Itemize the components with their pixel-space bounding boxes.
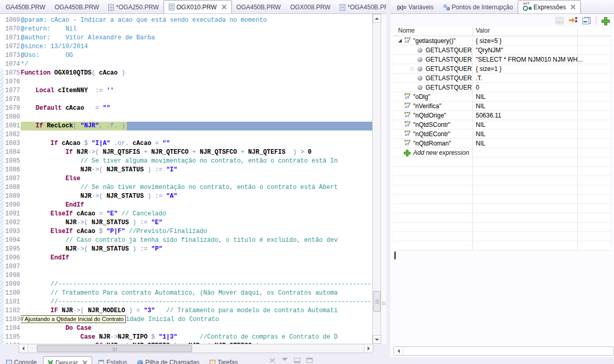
expression-row[interactable]: GETLASTQUERY("SELECT * FROM NJM010 NJM W… (393, 55, 611, 64)
column-header-valor[interactable]: Valor (472, 27, 611, 36)
scroll-down-icon[interactable] (373, 335, 381, 344)
bottom-tab-tarefas[interactable]: Tarefas (206, 356, 242, 364)
close-icon[interactable] (82, 360, 87, 364)
column-divider[interactable] (577, 27, 578, 251)
editor-tabs: GA450B.PRWOGA450B.PRW*OGA250.PRWOGX010.P… (1, 0, 399, 13)
expander-spacer (409, 48, 416, 53)
bottom-tab-estatus[interactable]: Estatus (94, 356, 131, 364)
bottom-tab-console[interactable]: Console (2, 356, 41, 364)
bottom-view-bar: ConsoleDepurarEstatusPilha de ChamadasTa… (0, 355, 386, 364)
watch-icon (404, 93, 413, 100)
empty-row (393, 195, 611, 204)
expression-row[interactable]: GETLASTQUERY({ size=1 } (393, 64, 611, 74)
line-number: 1075 (0, 69, 21, 78)
column-header-nome[interactable]: Nome (393, 27, 472, 36)
tab-label: *OGA250.PRW (116, 4, 158, 11)
annotation-marker[interactable] (382, 302, 386, 305)
code-line: 1103// Ajustando a Qtidade Inicial do Co… (0, 315, 372, 324)
expression-name-cell: "nQtdEContr" (393, 130, 472, 138)
editor-horizontal-scrollbar[interactable] (19, 344, 373, 353)
add-expression-icon[interactable] (602, 17, 609, 24)
editor-vertical-scrollbar[interactable] (372, 14, 381, 344)
expression-row[interactable]: GETLASTQUERY("QryNJM" (393, 46, 611, 55)
tab-label: Depurar (55, 359, 78, 364)
tasks-icon (210, 360, 215, 364)
expressions-toolbar (390, 14, 614, 27)
expression-row[interactable]: GETLASTQUERY(0 (393, 83, 611, 92)
expander-spacer (409, 85, 416, 90)
editor-tab-ga450b-prw[interactable]: GA450B.PRW (1, 1, 50, 13)
line-number: 1103 (0, 315, 21, 324)
toolbar-separator (596, 17, 596, 25)
code-editor[interactable]: 1069@param: cAcao - Indicar a acao que e… (0, 14, 372, 344)
horizontal-scrollbar-thumb[interactable] (37, 345, 192, 352)
empty-row (393, 241, 611, 251)
line-number: 1077 (0, 86, 21, 95)
pane-divider[interactable] (386, 0, 390, 364)
expression-name-cell: "nQtdSContr" (393, 121, 472, 128)
code-line: 1101 //---------------------------------… (0, 298, 372, 307)
empty-row (393, 213, 611, 223)
file-icon (340, 4, 345, 11)
disconnect-icon[interactable] (269, 358, 275, 363)
empty-row (393, 185, 611, 195)
column-divider[interactable] (472, 27, 473, 251)
code-text (21, 78, 372, 86)
code-line: 1104 Do Case (0, 324, 372, 333)
collapse-all-icon[interactable] (582, 17, 591, 24)
maximize-icon[interactable] (306, 358, 313, 363)
expression-row[interactable]: "nQtdRoman"NIL (393, 139, 611, 148)
debug-views-panel: VariáveisPontos de InterrupçãoExpressões… (390, 0, 614, 357)
bottom-tab-pilha-de-chamadas[interactable]: Pilha de Chamadas (133, 356, 203, 364)
code-text: // Tratamento Para contrato Automatico, … (21, 289, 372, 298)
code-line: 1102 IF NJR->( NJR_MODELO ) = "3" // Tra… (0, 307, 372, 315)
panel-tab-vari-veis[interactable]: Variáveis (392, 1, 438, 13)
expression-row[interactable]: "getlastquery()"{ size=5 } (393, 36, 611, 46)
expression-row[interactable]: "nVerifica"NIL (393, 101, 611, 111)
watch-icon (404, 121, 413, 128)
show-logical-structure-icon[interactable] (569, 17, 577, 24)
line-number: 1102 (0, 307, 21, 315)
hover-tooltip: // Ajustando a Qtidade Inicial do Contra… (21, 315, 126, 323)
line-number: 1093 (0, 227, 21, 236)
editor-tab-oga450b-prw[interactable]: OGA450B.PRW (232, 1, 286, 13)
panel-tab-pontos-de-interrup-o[interactable]: Pontos de Interrupção (438, 1, 518, 13)
editor-tab-ogx008-prw[interactable]: OGX008.PRW (285, 1, 335, 13)
filter-icon[interactable] (282, 358, 288, 363)
code-line: 1087 Else (0, 174, 372, 183)
expression-row[interactable]: Add new expression (393, 148, 611, 157)
expression-row[interactable]: "nQtdEContr"NIL (393, 129, 611, 139)
expand-arrow-icon[interactable] (409, 66, 416, 71)
close-icon[interactable] (570, 4, 576, 10)
expander-spacer (409, 76, 416, 81)
expression-row[interactable]: "oDlg"NIL (393, 92, 611, 101)
expression-row[interactable]: "nQtdOrige"50636.11 (393, 111, 611, 120)
code-line: 1078 (0, 95, 372, 104)
expression-row[interactable]: GETLASTQUERY(.T. (393, 74, 611, 83)
editor-tab-oga450b-prw[interactable]: OGA450B.PRW (50, 1, 104, 13)
code-text: @author: Vitor Alexandre de Barba (21, 34, 372, 42)
tab-label: OGX010.PRW (177, 4, 217, 11)
expression-name: Add new expression (413, 149, 469, 156)
expression-row[interactable]: "nQtdSContr"NIL (393, 120, 611, 129)
panel-horizontal-scrollbar[interactable] (393, 346, 614, 356)
expression-value: 50636.11 (472, 112, 611, 119)
panel-tab-express-es[interactable]: Expressões (518, 0, 581, 13)
expression-name: "nQtdSContr" (413, 121, 450, 128)
code-text: Do Case (21, 324, 372, 333)
expression-value: "SELECT * FROM NJM010 NJM WH... (472, 56, 611, 63)
minimize-icon[interactable] (294, 358, 300, 363)
code-line: 1091 ElseIf cAcao = "E" // Cancelado (0, 210, 372, 219)
scroll-left-icon[interactable] (19, 344, 28, 353)
scroll-left-icon[interactable] (394, 347, 403, 355)
collapse-arrow-icon[interactable] (397, 38, 404, 43)
close-icon[interactable] (221, 4, 227, 10)
scroll-right-icon[interactable] (364, 344, 373, 353)
code-line: 1100 // Tratamento Para contrato Automat… (0, 289, 372, 298)
editor-tab-oga250-prw[interactable]: *OGA250.PRW (104, 1, 163, 13)
vertical-scrollbar-thumb[interactable] (373, 291, 381, 312)
editor-tab-ogx010-prw[interactable]: OGX010.PRW (164, 0, 232, 13)
scroll-up-icon[interactable] (373, 14, 381, 23)
sphere-icon (416, 47, 426, 54)
bottom-tab-depurar[interactable]: Depurar (43, 356, 92, 364)
